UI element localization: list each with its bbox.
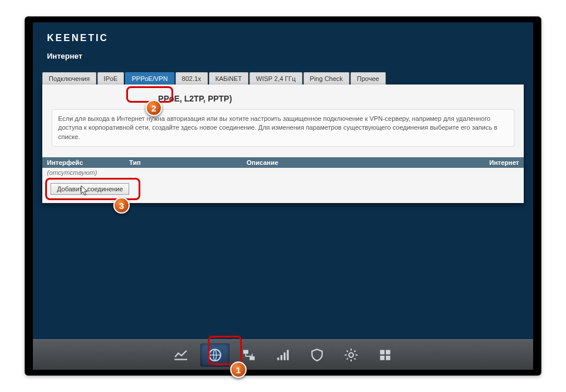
table-header: Интерфейс Тип Описание Интернет xyxy=(42,157,524,168)
svg-rect-17 xyxy=(380,350,385,354)
svg-rect-18 xyxy=(386,350,390,354)
svg-line-15 xyxy=(346,358,348,359)
tab-other[interactable]: Прочее xyxy=(351,72,386,85)
svg-rect-0 xyxy=(174,359,187,360)
shield-icon xyxy=(309,347,325,363)
content-panel: Соединения с авторизациPPoE, L2TP, PPTP)… xyxy=(42,85,524,203)
bottom-apps[interactable] xyxy=(370,343,400,367)
tab-ping-check[interactable]: Ping Check xyxy=(304,72,349,85)
header: KEENETIC Интернет xyxy=(33,22,533,72)
add-connection-button[interactable]: Добавить соединение xyxy=(50,183,129,195)
bottom-wifi[interactable] xyxy=(268,343,298,367)
network-icon xyxy=(241,347,257,363)
gear-icon xyxy=(343,347,359,363)
tab-kabinet[interactable]: КАБiNET xyxy=(209,72,248,85)
svg-rect-5 xyxy=(281,355,282,360)
bottom-settings[interactable] xyxy=(336,343,366,367)
col-type: Тип xyxy=(129,159,247,166)
tabs-row: Подключения IPoE PPPoE/VPN 802.1x КАБiNE… xyxy=(33,72,533,85)
chart-icon xyxy=(173,347,188,363)
brand-logo: KEENETIC xyxy=(47,33,519,43)
col-desc: Описание xyxy=(247,159,472,166)
table-empty-row: (отсутствуют) xyxy=(42,168,524,177)
tab-8021x[interactable]: 802.1x xyxy=(176,72,208,85)
col-interface: Интерфейс xyxy=(47,159,129,166)
section-title: Интернет xyxy=(47,52,519,60)
svg-rect-19 xyxy=(380,356,385,360)
tab-pppoe-vpn[interactable]: PPPoE/VPN xyxy=(125,72,174,85)
tab-ipoe[interactable]: IPoE xyxy=(97,72,124,85)
bottom-shield[interactable] xyxy=(302,343,332,367)
screen: KEENETIC Интернет Подключения IPoE PPPoE… xyxy=(33,22,533,370)
svg-rect-3 xyxy=(250,356,255,360)
col-internet: Интернет xyxy=(472,159,519,166)
tab-wisp[interactable]: WISP 2,4 ГГц xyxy=(250,72,302,85)
svg-rect-7 xyxy=(287,350,289,360)
svg-rect-20 xyxy=(386,356,390,360)
svg-rect-2 xyxy=(243,350,248,354)
panel-heading: Соединения с авторизациPPoE, L2TP, PPTP) xyxy=(52,90,514,109)
bottom-network[interactable] xyxy=(234,343,264,367)
panel-notice: Если для выхода в Интернет нужна авториз… xyxy=(52,109,514,147)
device-frame: KEENETIC Интернет Подключения IPoE PPPoE… xyxy=(25,16,541,376)
bottom-monitor[interactable] xyxy=(166,343,196,367)
apps-icon xyxy=(378,347,393,363)
bottom-bar xyxy=(33,339,533,370)
svg-rect-6 xyxy=(284,352,285,360)
svg-line-13 xyxy=(346,350,348,352)
bottom-globe[interactable] xyxy=(200,343,230,367)
svg-rect-4 xyxy=(277,357,279,360)
globe-icon xyxy=(207,347,223,363)
wifi-icon xyxy=(275,347,291,363)
svg-point-8 xyxy=(349,353,353,357)
tab-connections[interactable]: Подключения xyxy=(42,72,96,85)
svg-line-16 xyxy=(354,350,355,352)
svg-line-14 xyxy=(354,358,355,359)
